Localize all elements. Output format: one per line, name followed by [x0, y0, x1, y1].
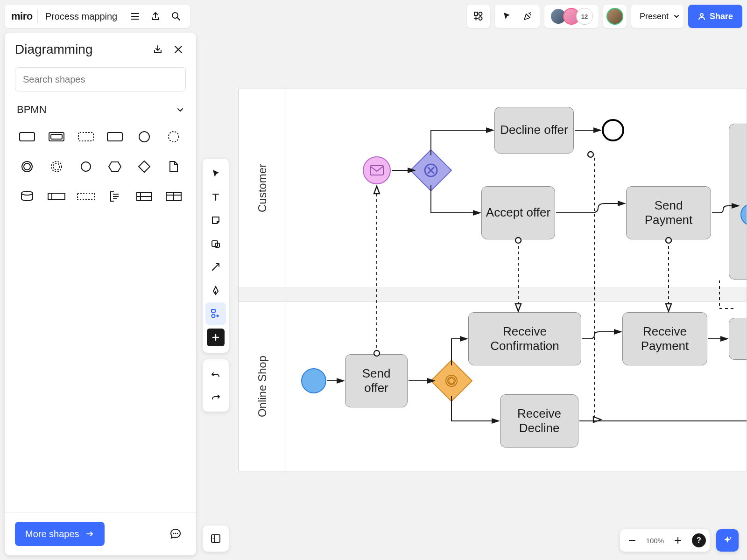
- vertical-toolbar: [203, 159, 229, 353]
- search-button[interactable]: [166, 6, 186, 27]
- pen-icon: [211, 285, 221, 295]
- shape-event-subprocess[interactable]: [73, 124, 98, 149]
- close-panel-button[interactable]: [171, 42, 186, 57]
- svg-point-11: [169, 132, 179, 142]
- shape-gateway-hexagon[interactable]: [103, 154, 127, 179]
- panel-icon: [210, 533, 221, 544]
- more-shapes-label: More shapes: [25, 529, 79, 539]
- bpmn-event-gateway[interactable]: [430, 360, 473, 402]
- node-partial-r[interactable]: R: [729, 124, 747, 280]
- zoom-control: 100% ?: [620, 529, 710, 552]
- tool-frame[interactable]: [205, 232, 226, 255]
- shape-task[interactable]: [15, 124, 40, 149]
- ai-assist-button[interactable]: [716, 529, 739, 552]
- zoom-level[interactable]: 100%: [643, 537, 667, 545]
- shape-start-event-noninterrupting[interactable]: [161, 124, 186, 149]
- shape-data-store[interactable]: [15, 184, 40, 209]
- canvas[interactable]: Customer Online Shop Decline offer Accep…: [238, 89, 747, 471]
- search-icon: [171, 11, 181, 21]
- logo[interactable]: miro: [8, 9, 38, 23]
- history-toolbar: [203, 359, 229, 412]
- bpmn-exclusive-gateway[interactable]: [410, 149, 452, 192]
- shape-table-vertical[interactable]: [161, 184, 186, 209]
- svg-rect-1: [474, 12, 478, 15]
- export-button[interactable]: [145, 6, 166, 27]
- board-title[interactable]: Process mapping: [38, 11, 125, 22]
- svg-point-13: [24, 163, 30, 170]
- tool-text[interactable]: [205, 186, 226, 208]
- bpmn-end-event[interactable]: [602, 119, 624, 141]
- cursor-button[interactable]: [499, 8, 515, 25]
- zoom-in-button[interactable]: [669, 532, 686, 549]
- node-receive-payment[interactable]: Receive Payment: [622, 312, 707, 365]
- node-receive-confirmation[interactable]: Receive Confirmation: [468, 312, 581, 365]
- comments-button[interactable]: [165, 524, 186, 544]
- search-shapes-input[interactable]: [15, 67, 186, 91]
- shape-table-horizontal[interactable]: [132, 184, 157, 209]
- shape-call-activity[interactable]: [103, 124, 127, 149]
- node-receive-decline[interactable]: Receive Decline: [500, 394, 578, 448]
- avatar-overflow-count[interactable]: 12: [576, 8, 593, 25]
- shape-start-event[interactable]: [132, 124, 157, 149]
- bpmn-start-event[interactable]: [301, 368, 326, 393]
- tool-sticky[interactable]: [205, 209, 226, 231]
- redo-icon: [211, 392, 221, 402]
- envelope-icon: [370, 165, 384, 175]
- menu-button[interactable]: [125, 6, 145, 27]
- arrow-right-icon: [85, 529, 94, 539]
- import-button[interactable]: [150, 42, 165, 57]
- lane-title-online-shop[interactable]: Online Shop: [239, 301, 286, 471]
- topbar-left: miro Process mapping: [5, 5, 190, 28]
- present-button[interactable]: Present: [631, 5, 684, 28]
- node-partial-in[interactable]: In: [729, 318, 747, 360]
- bpmn-section-toggle[interactable]: BPMN: [5, 96, 196, 120]
- reactions-button[interactable]: [519, 8, 536, 25]
- shape-intermediate-dashed[interactable]: [44, 154, 69, 179]
- svg-point-34: [177, 533, 178, 534]
- shape-annotation[interactable]: [103, 184, 127, 209]
- party-icon: [522, 11, 533, 21]
- shape-gateway-diamond[interactable]: [132, 154, 157, 179]
- node-send-offer[interactable]: Send offer: [345, 354, 408, 407]
- node-decline-offer[interactable]: Decline offer: [494, 107, 574, 154]
- tool-pen[interactable]: [205, 279, 226, 301]
- connectors: [239, 89, 747, 471]
- more-shapes-button[interactable]: More shapes: [15, 522, 105, 546]
- plus-icon: [211, 333, 220, 342]
- svg-marker-44: [449, 378, 454, 384]
- shape-transaction[interactable]: [44, 124, 69, 149]
- gateway-x-icon: [423, 162, 439, 178]
- help-button[interactable]: ?: [692, 533, 706, 547]
- node-send-payment[interactable]: Send Payment: [626, 186, 711, 239]
- shape-pool[interactable]: [44, 184, 69, 209]
- chevron-down-icon: [673, 13, 680, 20]
- add-widget-button[interactable]: [467, 5, 490, 28]
- svg-marker-17: [109, 162, 121, 171]
- svg-point-4: [700, 14, 703, 16]
- current-user-avatar[interactable]: [606, 8, 623, 25]
- tool-connector[interactable]: [205, 256, 226, 278]
- lane-gap: [239, 287, 747, 301]
- svg-point-0: [172, 13, 178, 18]
- tool-diagram[interactable]: [205, 302, 226, 325]
- shape-lane[interactable]: [73, 184, 98, 209]
- lane-title-customer[interactable]: Customer: [239, 89, 286, 287]
- tool-add[interactable]: [207, 329, 225, 346]
- zoom-out-button[interactable]: [624, 532, 641, 549]
- diagram-icon: [210, 308, 221, 319]
- person-icon: [698, 12, 706, 21]
- tool-select[interactable]: [205, 162, 226, 185]
- panel-toggle-button[interactable]: [203, 525, 229, 552]
- svg-point-32: [173, 533, 175, 534]
- collaborators-chip[interactable]: 12: [544, 5, 599, 28]
- share-button[interactable]: Share: [688, 5, 742, 28]
- undo-button[interactable]: [205, 363, 226, 385]
- shape-end-event[interactable]: [15, 154, 40, 179]
- shape-intermediate-thick[interactable]: [73, 154, 98, 179]
- user-avatar[interactable]: [603, 5, 627, 28]
- node-accept-offer[interactable]: Accept offer: [481, 186, 555, 239]
- shape-data-object[interactable]: [161, 154, 186, 179]
- redo-button[interactable]: [205, 385, 226, 408]
- bpmn-message-start-event[interactable]: [363, 156, 391, 184]
- text-icon: [211, 192, 221, 202]
